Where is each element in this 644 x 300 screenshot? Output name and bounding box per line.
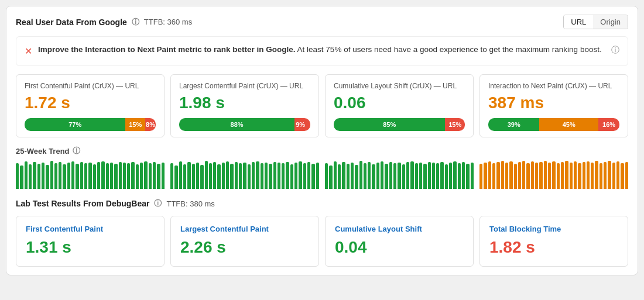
trend-bar-2-23 bbox=[423, 164, 426, 189]
lab-metrics-grid: First Contentful Paint1.31 sLargest Cont… bbox=[16, 216, 628, 267]
trend-bar-3-28 bbox=[600, 163, 602, 189]
trend-bar-0-12 bbox=[67, 163, 70, 189]
trend-bar-3-29 bbox=[604, 162, 607, 189]
trend-bar-1-24 bbox=[273, 162, 276, 189]
trend-bar-1-15 bbox=[235, 162, 238, 189]
trend-bar-1-27 bbox=[286, 162, 289, 189]
trend-bar-1-31 bbox=[303, 163, 306, 189]
trend-bar-0-29 bbox=[140, 163, 143, 189]
alert-rest-text: At least 75% of users need have a good e… bbox=[297, 45, 602, 54]
crux-segment-3-2: 16% bbox=[598, 118, 619, 131]
trend-bar-3-4 bbox=[496, 162, 499, 189]
trend-bar-0-31 bbox=[149, 163, 152, 189]
crux-metric-title-2: Cumulative Layout Shift (CrUX) — URL bbox=[334, 82, 465, 90]
trend-bar-0-8 bbox=[50, 161, 53, 189]
trend-bar-2-6 bbox=[351, 163, 354, 189]
trend-bar-2-7 bbox=[355, 165, 358, 189]
origin-toggle-button[interactable]: Origin bbox=[593, 15, 628, 29]
crux-segment-2-1: 15% bbox=[445, 118, 465, 131]
trend-bar-1-16 bbox=[239, 163, 242, 189]
trend-bar-1-6 bbox=[196, 163, 199, 189]
alert-bold-text: Improve the Interaction to Next Paint me… bbox=[38, 45, 296, 54]
crux-metrics-grid: First Contentful Paint (CrUX) — URL1.72 … bbox=[16, 74, 628, 137]
trend-bar-2-25 bbox=[432, 163, 435, 189]
crux-segment-0-0: 77% bbox=[25, 118, 125, 131]
trend-bar-2-21 bbox=[415, 163, 418, 189]
trend-info-icon[interactable]: ⓘ bbox=[73, 146, 80, 156]
trend-bar-1-11 bbox=[217, 164, 220, 189]
trend-bar-1-25 bbox=[278, 163, 280, 189]
alert-help-icon[interactable]: ⓘ bbox=[611, 44, 619, 56]
trend-bar-1-23 bbox=[269, 164, 272, 189]
trend-bar-1-5 bbox=[192, 164, 195, 189]
trend-bar-0-32 bbox=[153, 162, 156, 189]
crux-progress-bar-1: 88%9% bbox=[179, 118, 310, 131]
header: Real User Data From Google ⓘ TTFB: 360 m… bbox=[16, 15, 628, 29]
trend-bar-1-30 bbox=[299, 161, 302, 189]
trend-bar-1-22 bbox=[265, 163, 268, 189]
trend-bar-3-9 bbox=[518, 162, 521, 189]
crux-segment-0-2: 8% bbox=[145, 118, 156, 131]
trend-bar-0-34 bbox=[162, 163, 165, 189]
header-info-icon[interactable]: ⓘ bbox=[132, 17, 139, 27]
trend-bar-0-5 bbox=[37, 164, 40, 189]
header-ttfb: TTFB: 360 ms bbox=[144, 18, 192, 26]
trend-bar-2-0 bbox=[325, 163, 328, 189]
trend-bar-3-26 bbox=[591, 163, 594, 189]
trend-bar-3-22 bbox=[574, 161, 577, 189]
trend-bar-3-33 bbox=[621, 163, 624, 189]
trend-bar-2-31 bbox=[458, 163, 461, 189]
crux-metric-title-1: Largest Contentful Paint (CrUX) — URL bbox=[179, 82, 310, 90]
trend-bar-3-5 bbox=[501, 161, 504, 189]
crux-segment-1-2 bbox=[306, 118, 310, 131]
trend-bar-3-16 bbox=[548, 163, 551, 189]
trend-bar-2-28 bbox=[445, 164, 448, 189]
trend-bar-0-24 bbox=[119, 162, 122, 189]
url-toggle-button[interactable]: URL bbox=[564, 15, 593, 29]
trend-bar-2-34 bbox=[471, 163, 474, 189]
crux-metric-title-3: Interaction to Next Paint (CrUX) — URL bbox=[488, 82, 619, 90]
trend-bars-col-3 bbox=[479, 161, 628, 190]
crux-segment-3-0: 39% bbox=[488, 118, 539, 131]
trend-bar-1-20 bbox=[256, 161, 259, 189]
trend-bar-0-2 bbox=[25, 161, 28, 189]
trend-bar-0-7 bbox=[46, 165, 49, 189]
trend-bar-0-26 bbox=[127, 163, 130, 189]
trend-bar-3-12 bbox=[531, 161, 534, 189]
lab-metric-title-3: Total Blocking Time bbox=[489, 225, 618, 233]
trend-bars-col-0 bbox=[16, 161, 165, 190]
trend-bar-0-22 bbox=[110, 163, 113, 189]
trend-bar-2-14 bbox=[385, 164, 388, 189]
trend-bar-0-13 bbox=[71, 161, 74, 189]
crux-metric-card-1: Largest Contentful Paint (CrUX) — URL1.9… bbox=[170, 74, 319, 137]
crux-metric-card-2: Cumulative Layout Shift (CrUX) — URL0.06… bbox=[325, 74, 474, 137]
trend-bar-0-0 bbox=[16, 163, 19, 189]
trend-bar-1-17 bbox=[243, 163, 246, 189]
trend-bar-1-29 bbox=[294, 163, 297, 189]
trend-bar-2-18 bbox=[402, 164, 405, 189]
trend-bar-2-29 bbox=[449, 163, 452, 189]
trend-bar-0-1 bbox=[20, 165, 23, 189]
trend-bar-3-34 bbox=[625, 162, 628, 189]
trend-bar-2-17 bbox=[398, 163, 400, 189]
trend-bar-2-9 bbox=[364, 163, 366, 189]
trend-bar-0-20 bbox=[101, 161, 104, 189]
trend-bar-2-1 bbox=[329, 165, 332, 189]
trend-bar-2-10 bbox=[368, 162, 371, 189]
lab-metric-value-0: 1.31 s bbox=[26, 238, 155, 257]
trend-bar-3-3 bbox=[492, 163, 495, 189]
trend-bar-2-2 bbox=[334, 161, 337, 189]
trend-bar-1-2 bbox=[179, 161, 182, 189]
trend-bar-0-6 bbox=[42, 163, 44, 189]
lab-metric-value-3: 1.82 s bbox=[489, 238, 618, 257]
lab-info-icon[interactable]: ⓘ bbox=[154, 198, 162, 209]
trend-bar-1-33 bbox=[311, 164, 314, 189]
trend-label: 25-Week Trend bbox=[16, 147, 70, 156]
trend-bar-3-20 bbox=[565, 161, 568, 189]
lab-metric-card-2: Cumulative Layout Shift0.04 bbox=[325, 216, 474, 267]
lab-metric-card-0: First Contentful Paint1.31 s bbox=[16, 216, 165, 267]
crux-progress-bar-3: 39%45%16% bbox=[488, 118, 619, 131]
alert-close-icon[interactable]: ✕ bbox=[25, 44, 32, 58]
crux-metric-title-0: First Contentful Paint (CrUX) — URL bbox=[25, 82, 156, 90]
trend-section: 25-Week Trend ⓘ bbox=[16, 146, 628, 190]
